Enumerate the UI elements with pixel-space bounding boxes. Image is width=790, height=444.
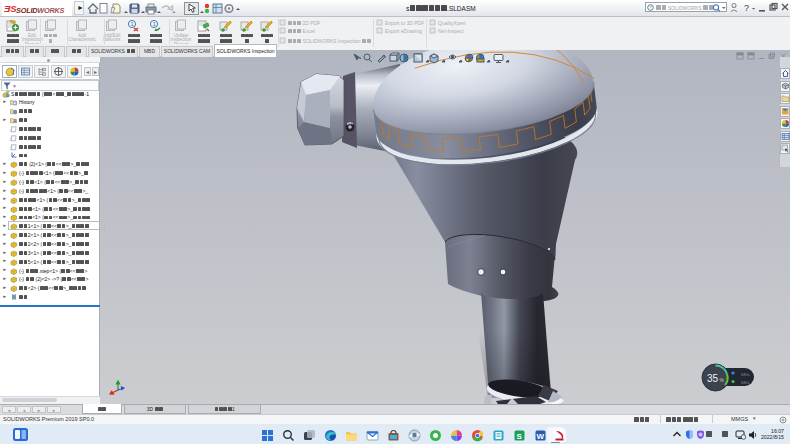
svg-text:1: 1 <box>152 21 156 27</box>
svg-text:0K/s: 0K/s <box>741 380 750 385</box>
svg-text:A: A <box>13 119 16 124</box>
svg-text:35: 35 <box>707 373 719 384</box>
svg-text:%: % <box>720 377 725 383</box>
svg-text:0K/s: 0K/s <box>741 372 750 377</box>
svg-text:1: 1 <box>130 21 134 27</box>
svg-text:W: W <box>537 432 545 441</box>
svg-text:?: ? <box>649 5 652 10</box>
svg-text:S: S <box>517 432 523 441</box>
svg-text:?: ? <box>744 3 749 13</box>
